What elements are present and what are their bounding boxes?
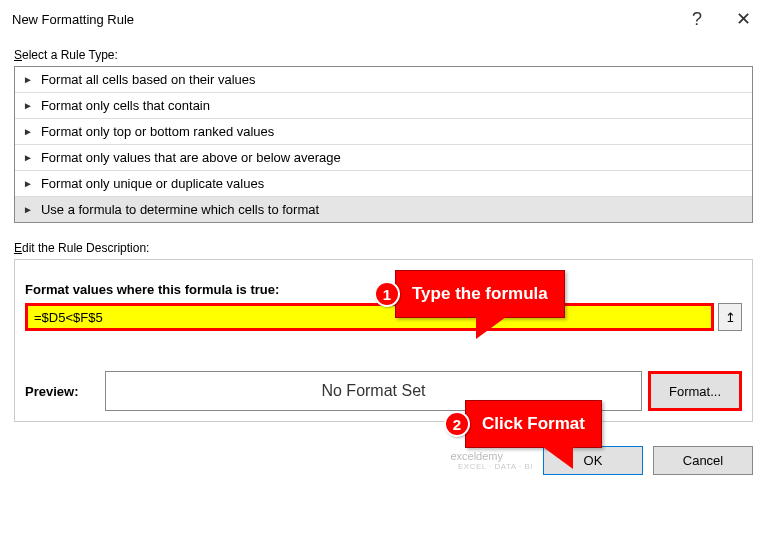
rule-marker-icon: ► <box>23 178 33 189</box>
preview-label: Preview: <box>25 371 105 411</box>
rule-type-item-label: Format only top or bottom ranked values <box>41 124 274 139</box>
rule-type-item-label: Use a formula to determine which cells t… <box>41 202 319 217</box>
rule-marker-icon: ► <box>23 152 33 163</box>
help-icon[interactable]: ? <box>692 9 702 30</box>
annotation-badge-2: 2 <box>444 411 470 437</box>
annotation-text-2: Click Format <box>482 414 585 434</box>
rule-type-list[interactable]: ►Format all cells based on their values►… <box>14 66 753 223</box>
rule-type-item[interactable]: ►Format only values that are above or be… <box>15 145 752 171</box>
rule-type-item-label: Format only cells that contain <box>41 98 210 113</box>
select-rule-type-label: Select a Rule Type: <box>14 48 753 62</box>
rule-type-item[interactable]: ►Format all cells based on their values <box>15 67 752 93</box>
annotation-badge-1: 1 <box>374 281 400 307</box>
annotation-callout-1: 1 Type the formula <box>395 270 565 318</box>
range-selector-button[interactable]: ↥ <box>718 303 742 331</box>
rule-type-item[interactable]: ►Format only cells that contain <box>15 93 752 119</box>
rule-type-item-label: Format only values that are above or bel… <box>41 150 341 165</box>
title-bar: New Formatting Rule ? ✕ <box>0 0 767 42</box>
formula-input[interactable] <box>25 303 714 331</box>
rule-marker-icon: ► <box>23 74 33 85</box>
annotation-callout-2: 2 Click Format <box>465 400 602 448</box>
rule-type-item[interactable]: ►Format only unique or duplicate values <box>15 171 752 197</box>
cancel-button[interactable]: Cancel <box>653 446 753 475</box>
close-icon[interactable]: ✕ <box>732 8 755 30</box>
rule-type-item-label: Format only unique or duplicate values <box>41 176 264 191</box>
rule-marker-icon: ► <box>23 204 33 215</box>
dialog-footer: exceldemy EXCEL · DATA · BI OK Cancel <box>0 432 767 489</box>
rule-marker-icon: ► <box>23 126 33 137</box>
format-button[interactable]: Format... <box>648 371 742 411</box>
rule-type-item-label: Format all cells based on their values <box>41 72 256 87</box>
watermark: exceldemy EXCEL · DATA · BI <box>450 450 533 471</box>
rule-type-item[interactable]: ►Format only top or bottom ranked values <box>15 119 752 145</box>
collapse-dialog-icon: ↥ <box>725 310 736 325</box>
dialog-title: New Formatting Rule <box>12 12 692 27</box>
rule-marker-icon: ► <box>23 100 33 111</box>
rule-type-item[interactable]: ►Use a formula to determine which cells … <box>15 197 752 222</box>
annotation-text-1: Type the formula <box>412 284 548 304</box>
edit-rule-description-label: Edit the Rule Description: <box>14 241 753 255</box>
